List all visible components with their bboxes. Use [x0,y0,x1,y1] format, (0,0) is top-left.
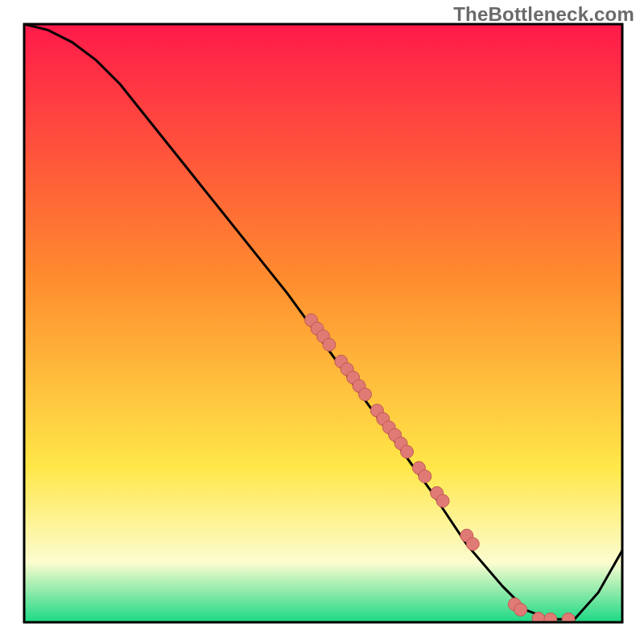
data-point [323,338,336,351]
gradient-background [24,24,622,622]
data-point [436,494,449,507]
data-point [544,613,557,625]
data-point [466,538,479,551]
data-point [514,603,527,616]
data-point [359,388,372,401]
chart-container: TheBottleneck.com [0,0,644,644]
data-point [401,445,414,458]
bottleneck-chart [0,0,644,644]
data-point [419,470,431,483]
watermark-text: TheBottleneck.com [453,3,634,26]
data-point [562,613,575,625]
